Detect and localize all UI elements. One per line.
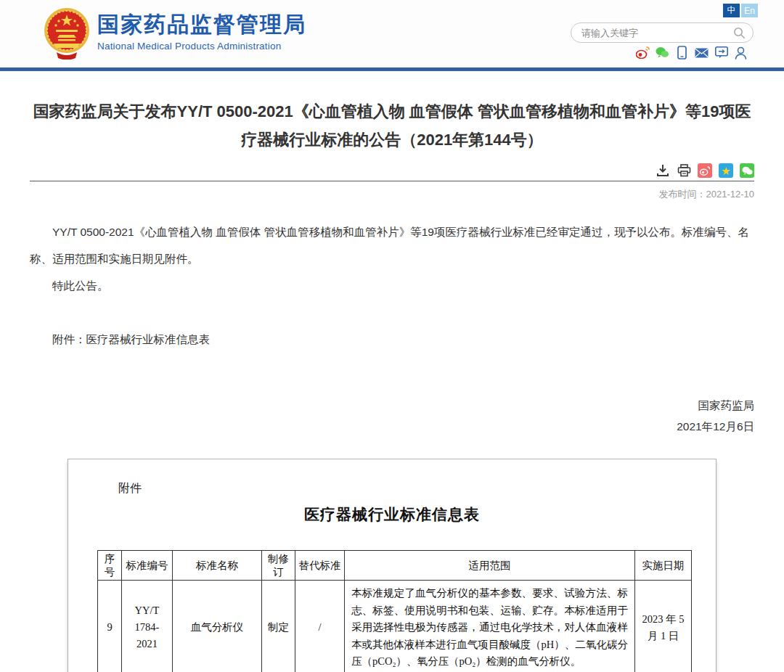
search-bar [571,22,754,43]
share-weibo-icon[interactable] [698,163,712,178]
signature-date: 2021年12月6日 [30,416,754,437]
col-header-code: 标准编号 [122,551,173,581]
col-header-replacement: 替代标准 [295,551,345,581]
attachment-document: 附件 医疗器械行业标准信息表 序号 标准编号 标准名称 制修订 替代标准 适用范… [68,459,716,672]
cell-date: 2023 年 5 月 1 日 [635,581,692,672]
header-divider-bar [0,67,784,71]
signature-org: 国家药监局 [30,395,754,416]
col-header-seq: 序号 [98,551,122,581]
search-input[interactable] [581,28,732,38]
col-header-name: 标准名称 [173,551,262,581]
table-header-row: 序号 标准编号 标准名称 制修订 替代标准 适用范围 实施日期 [98,551,692,581]
table-row: 9 YY/T 1784-2021 血气分析仪 制定 / 本标准规定了血气分析仪的… [98,581,692,672]
site-title: 国家药品监督管理局 National Medical Products Admi… [97,12,306,52]
language-toggle: 中 En [723,4,758,17]
paragraph-attachment-ref: 附件：医疗器械行业标准信息表 [30,326,754,353]
col-header-date: 实施日期 [635,551,692,581]
cell-scope: 本标准规定了血气分析仪的基本参数、要求、试验方法、标志、标签、使用说明书和包装、… [345,581,635,672]
col-header-scope: 适用范围 [345,551,635,581]
standards-table: 序号 标准编号 标准名称 制修订 替代标准 适用范围 实施日期 9 YY/T 1… [97,550,692,672]
weibo-icon[interactable] [636,46,650,60]
signature-block: 国家药监局 2021年12月6日 [30,395,754,437]
page-title: 国家药监局关于发布YY/T 0500-2021《心血管植入物 血管假体 管状血管… [33,97,751,154]
lang-en-button[interactable]: En [741,4,758,17]
qzone-star-glyph: ★ [721,165,730,176]
search-icon[interactable] [732,26,746,39]
col-header-type: 制修订 [262,551,295,581]
paragraph-announcement: YY/T 0500-2021《心血管植入物 血管假体 管状血管移植物和血管补片》… [30,218,754,272]
user-icon[interactable] [734,46,748,60]
attachment-table-title: 医疗器械行业标准信息表 [68,504,716,525]
site-name-en: National Medical Products Administration [97,41,306,52]
cell-replacement: / [295,581,345,672]
article-body: YY/T 0500-2021《心血管植入物 血管假体 管状血管移植物和血管补片》… [30,218,754,353]
article-toolbar: ★ [30,163,754,179]
share-qzone-icon[interactable]: ★ [719,163,733,178]
site-name-cn: 国家药品监督管理局 [97,12,306,38]
feedback-icon[interactable] [714,46,728,60]
cell-type: 制定 [262,581,295,672]
download-icon[interactable] [656,163,670,178]
header-social-icons [636,46,748,60]
china-national-emblem-icon [44,6,90,60]
article: 国家药监局关于发布YY/T 0500-2021《心血管植入物 血管假体 管状血管… [0,97,784,672]
cell-code: YY/T 1784-2021 [122,581,173,672]
lang-zh-button[interactable]: 中 [723,4,740,17]
page: 国家药品监督管理局 National Medical Products Admi… [0,0,784,672]
cell-seq: 9 [98,581,122,672]
attachment-label: 附件 [118,481,142,496]
print-icon[interactable] [677,163,691,178]
cell-name: 血气分析仪 [173,581,262,672]
wechat-icon[interactable] [656,46,669,60]
mobile-icon[interactable] [675,46,689,60]
publish-time: 发布时间：2021-12-10 [30,188,754,201]
mail-icon[interactable] [695,46,709,60]
site-header: 国家药品监督管理局 National Medical Products Admi… [0,0,784,67]
paragraph-hereby: 特此公告。 [30,272,754,299]
title-divider [30,181,754,181]
share-wechat-icon[interactable] [740,163,754,178]
